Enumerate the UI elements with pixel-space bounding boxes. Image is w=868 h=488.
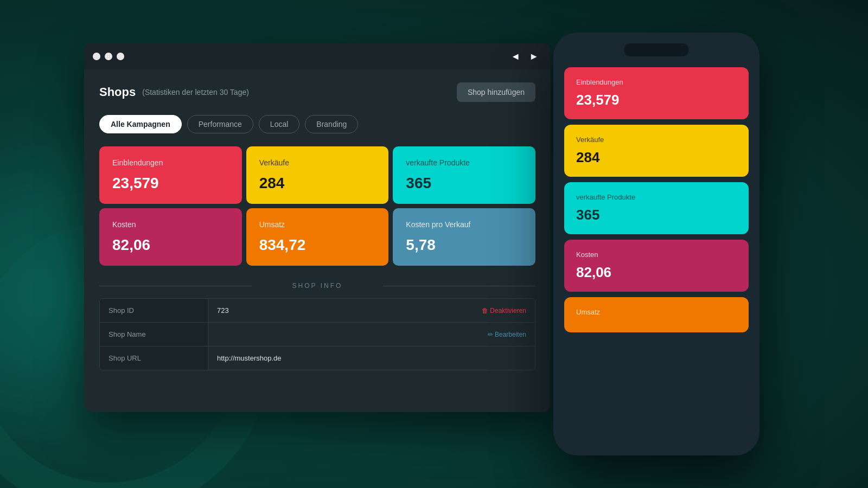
info-action-edit[interactable]: ✏ Bearbeiten — [488, 331, 526, 338]
info-value-shop-name: ✏ Bearbeiten — [208, 323, 535, 346]
phone-stat-value-verkaufte-produkte: 365 — [576, 207, 737, 223]
info-action-deactivate[interactable]: 🗑 Deaktivieren — [482, 307, 526, 314]
info-row-shop-id: Shop ID 723 🗑 Deaktivieren — [100, 299, 535, 323]
nav-prev-arrow[interactable]: ◄ — [507, 49, 524, 65]
phone-stat-value-einblendungen: 23,579 — [576, 92, 737, 108]
stat-label-verkaufte-produkte: verkaufte Produkte — [406, 158, 522, 167]
window-dot-1 — [93, 53, 100, 60]
window-control-dots — [93, 53, 124, 60]
phone-stat-value-kosten: 82,06 — [576, 264, 737, 281]
stat-label-einblendungen: Einblendungen — [112, 158, 229, 167]
page-subtitle: (Statistiken der letzten 30 Tage) — [142, 88, 249, 97]
phone-stat-label-verkaeufe: Verkäufe — [576, 136, 737, 144]
shop-info-header: SHOP INFO — [99, 282, 535, 290]
phone-content: Einblendungen 23,579 Verkäufe 284 verkau… — [564, 67, 749, 445]
stat-value-verkaufte-produkte: 365 — [406, 175, 522, 192]
phone-stat-label-verkaufte-produkte: verkaufte Produkte — [576, 193, 737, 201]
info-value-shop-url: http://mustershop.de — [208, 346, 535, 370]
stat-label-verkaeufe: Verkäufe — [259, 158, 376, 167]
stat-label-umsatz: Umsatz — [259, 220, 376, 229]
nav-next-arrow[interactable]: ► — [526, 49, 542, 65]
stat-card-verkaufte-produkte: verkaufte Produkte 365 — [393, 146, 535, 204]
window-content: Shops (Statistiken der letzten 30 Tage) … — [84, 69, 551, 383]
phone-stat-card-verkaeufe: Verkäufe 284 — [564, 125, 749, 177]
info-value-text-shop-id: 723 — [217, 306, 229, 314]
tab-local[interactable]: Local — [259, 115, 299, 133]
phone-stat-value-verkaeufe: 284 — [576, 149, 737, 166]
stats-grid: Einblendungen 23,579 Verkäufe 284 verkau… — [99, 146, 535, 266]
phone-stat-label-umsatz: Umsatz — [576, 308, 737, 316]
phone-stat-card-einblendungen: Einblendungen 23,579 — [564, 67, 749, 119]
phone-notch — [624, 43, 689, 56]
stat-card-kosten: Kosten 82,06 — [99, 208, 242, 266]
phone-stat-card-umsatz: Umsatz — [564, 297, 749, 332]
window-dot-3 — [117, 53, 124, 60]
tab-branding[interactable]: Branding — [305, 115, 358, 133]
tab-alle-kampagnen[interactable]: Alle Kampagnen — [99, 115, 182, 133]
stat-label-kosten: Kosten — [112, 220, 229, 229]
stat-value-umsatz: 834,72 — [259, 236, 376, 254]
stat-card-einblendungen: Einblendungen 23,579 — [99, 146, 242, 204]
stat-card-verkaeufe: Verkäufe 284 — [246, 146, 389, 204]
stat-value-kosten: 82,06 — [112, 236, 229, 254]
page-title: Shops — [99, 85, 136, 99]
info-label-shop-url: Shop URL — [100, 346, 208, 370]
info-value-shop-id: 723 🗑 Deaktivieren — [208, 299, 535, 322]
stat-value-kosten-pro-verkauf: 5,78 — [406, 236, 522, 254]
stat-value-verkaeufe: 284 — [259, 175, 376, 192]
shop-info-table: Shop ID 723 🗑 Deaktivieren Shop Name ✏ B… — [99, 298, 535, 370]
stat-card-kosten-pro-verkauf: Kosten pro Verkauf 5,78 — [393, 208, 535, 266]
tab-performance[interactable]: Performance — [187, 115, 253, 133]
info-label-shop-name: Shop Name — [100, 323, 208, 346]
info-row-shop-name: Shop Name ✏ Bearbeiten — [100, 323, 535, 346]
phone-stat-card-verkaufte-produkte: verkaufte Produkte 365 — [564, 182, 749, 234]
info-value-text-shop-url: http://mustershop.de — [217, 354, 282, 362]
phone-stat-label-einblendungen: Einblendungen — [576, 78, 737, 86]
stat-label-kosten-pro-verkauf: Kosten pro Verkauf — [406, 220, 522, 229]
page-title-group: Shops (Statistiken der letzten 30 Tage) — [99, 85, 249, 99]
page-header: Shops (Statistiken der letzten 30 Tage) … — [99, 82, 535, 102]
window-titlebar: ◄ ► — [84, 43, 551, 69]
stat-card-umsatz: Umsatz 834,72 — [246, 208, 389, 266]
phone-stat-card-kosten: Kosten 82,06 — [564, 240, 749, 292]
window-dot-2 — [105, 53, 112, 60]
info-row-shop-url: Shop URL http://mustershop.de — [100, 346, 535, 370]
mobile-phone: Einblendungen 23,579 Verkäufe 284 verkau… — [553, 33, 760, 455]
window-nav-arrows: ◄ ► — [507, 49, 542, 65]
stat-value-einblendungen: 23,579 — [112, 175, 229, 192]
tabs-bar: Alle Kampagnen Performance Local Brandin… — [99, 115, 535, 133]
desktop-window: ◄ ► Shops (Statistiken der letzten 30 Ta… — [84, 43, 551, 412]
phone-stat-label-kosten: Kosten — [576, 251, 737, 259]
add-shop-button[interactable]: Shop hinzufügen — [457, 82, 535, 102]
info-label-shop-id: Shop ID — [100, 299, 208, 322]
